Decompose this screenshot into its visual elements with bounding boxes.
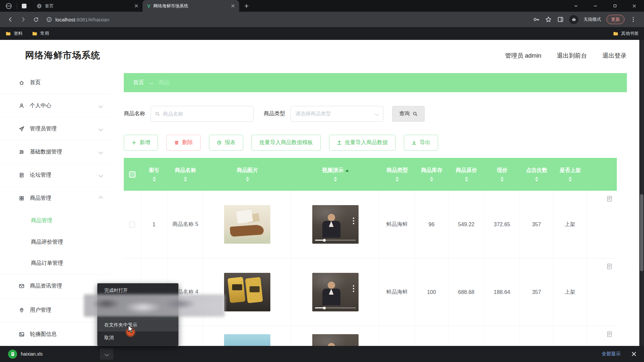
chevron-down-icon [105, 352, 109, 356]
cell-clicks: 357 [532, 289, 541, 295]
side-panel-icon[interactable] [557, 16, 564, 23]
close-tab-icon[interactable] [230, 3, 236, 9]
update-chrome-button[interactable]: 更新 [606, 15, 625, 24]
excel-file-icon [8, 350, 17, 359]
edit-row-icon[interactable] [606, 263, 613, 270]
chevron-down-icon [99, 104, 103, 108]
back-button[interactable] [5, 14, 16, 25]
menu-item-cancel[interactable]: 取消 [98, 331, 178, 344]
chevron-down-icon [99, 150, 103, 154]
show-all-downloads-link[interactable]: 全部显示 [602, 351, 621, 357]
cell-original-price: 688.68 [458, 289, 475, 295]
minimize-button[interactable] [586, 0, 605, 12]
sidebar-item-base-data[interactable]: 基础数据管理 [0, 140, 111, 164]
query-button[interactable]: 查询 [392, 106, 425, 122]
scrollbar-track[interactable] [639, 40, 644, 362]
sort-carets[interactable] [395, 177, 399, 182]
edit-row-icon[interactable] [606, 331, 613, 338]
sort-carets[interactable] [465, 177, 468, 182]
grid-icon [19, 195, 24, 201]
cell-stock: 100 [427, 289, 436, 295]
sidebar-item-label: 管理员管理 [30, 125, 57, 132]
tab-seafood-system[interactable]: V 网络海鲜市场系统 [143, 0, 239, 12]
tab-search-icon[interactable] [566, 0, 586, 12]
sort-carets[interactable] [430, 177, 433, 182]
browser-logo-icon[interactable] [5, 3, 12, 9]
trash-icon [174, 140, 179, 145]
sort-carets[interactable] [153, 177, 156, 182]
password-key-icon[interactable] [533, 16, 540, 23]
menu-item-show-in-folder[interactable]: 在文件夹中显示 [98, 319, 178, 331]
scrollbar-thumb[interactable] [640, 194, 643, 271]
product-name-input[interactable] [163, 111, 249, 117]
video-menu-icon[interactable] [353, 218, 354, 224]
edit-row-icon[interactable] [606, 195, 613, 202]
logout-link[interactable]: 退出登录 [602, 52, 627, 60]
download-item[interactable]: haixian.xls [0, 350, 43, 359]
sort-carets[interactable] [500, 177, 504, 182]
reload-button[interactable] [30, 14, 42, 25]
bookmark-folder-ziliao[interactable]: 资料 [5, 31, 22, 37]
product-type-label: 商品类型 [264, 110, 285, 117]
add-button[interactable]: 新增 [124, 135, 158, 150]
download-options-button[interactable] [100, 348, 113, 360]
sidebar-item-carousel[interactable]: 轮播图信息 [0, 322, 111, 347]
video-progress-bar[interactable] [315, 240, 356, 241]
sort-carets[interactable] [334, 177, 337, 182]
product-video[interactable] [312, 273, 359, 311]
search-icon [413, 111, 418, 116]
bookmark-folder-changyong[interactable]: 常用 [32, 31, 49, 37]
close-download-bar-icon[interactable] [631, 351, 637, 357]
browser-window: 首页 V 网络海鲜市场系统 localhost:8081/ [0, 0, 644, 362]
sidebar-item-personal-center[interactable]: 个人中心 [0, 94, 111, 117]
other-bookmarks[interactable]: 其他书签 [613, 31, 639, 37]
breadcrumb-home[interactable]: 首页 [133, 79, 144, 86]
column-header: 商品原价 [456, 167, 477, 174]
product-video[interactable] [312, 205, 359, 244]
import-template-button[interactable]: 批量导入商品数据模板 [252, 135, 321, 150]
product-image[interactable] [224, 273, 270, 311]
product-image[interactable] [224, 205, 270, 244]
divider [17, 3, 17, 9]
sidebar-subitem-product-management[interactable]: 商品管理 [0, 210, 111, 231]
close-window-button[interactable] [625, 0, 644, 12]
export-button[interactable]: 导出 [404, 135, 438, 150]
folder-icon [5, 31, 11, 36]
admin-user-label[interactable]: 管理员 admin [505, 52, 541, 60]
new-tab-button[interactable] [242, 1, 251, 11]
logout-to-front-link[interactable]: 退出到前台 [557, 52, 587, 60]
sidebar-item-product-management[interactable]: 商品管理 [0, 187, 111, 210]
cell-clicks: 357 [532, 222, 541, 228]
sidebar-subitem-product-orders[interactable]: 商品订单管理 [0, 253, 111, 274]
sidebar-item-home[interactable]: 首页 [0, 71, 111, 94]
report-button[interactable]: 报表 [209, 135, 243, 150]
browser-menu-icon[interactable] [630, 16, 637, 23]
sort-carets[interactable] [535, 177, 538, 182]
video-progress-bar[interactable] [315, 307, 356, 308]
forward-button[interactable] [17, 14, 29, 25]
sort-carets[interactable] [246, 177, 249, 182]
bookmark-star-icon[interactable] [545, 16, 552, 23]
sort-carets[interactable] [569, 177, 572, 182]
pinned-tab-icon[interactable] [22, 4, 26, 8]
document-icon [19, 172, 24, 178]
query-button-label: 查询 [399, 110, 410, 117]
sidebar-item-label: 用户管理 [30, 307, 51, 314]
sort-carets[interactable] [184, 177, 187, 182]
select-all-checkbox[interactable] [129, 171, 136, 178]
video-menu-icon[interactable] [353, 285, 354, 292]
row-checkbox[interactable] [129, 222, 135, 228]
maximize-button[interactable] [605, 0, 625, 12]
close-tab-icon[interactable] [133, 3, 139, 9]
delete-button[interactable]: 删除 [166, 135, 201, 150]
table-header: 索引 商品名称 商品图片 视频演示 商品类型 商品库存 商品原价 现价 点击次数… [124, 158, 617, 191]
sidebar-subitem-product-review[interactable]: 商品评价管理 [0, 231, 111, 253]
breadcrumb-arrow: → [149, 80, 154, 86]
product-type-select[interactable]: 请选择商品类型 [290, 106, 383, 122]
sidebar-item-forum[interactable]: 论坛管理 [0, 164, 111, 187]
tab-home[interactable]: 首页 [32, 0, 143, 12]
site-info-icon[interactable] [46, 17, 52, 22]
import-data-button[interactable]: 批量导入商品数据 [329, 135, 395, 150]
sidebar-item-admin-management[interactable]: 管理员管理 [0, 117, 111, 140]
url-field[interactable]: localhost:8081/#/haixian [46, 17, 109, 22]
